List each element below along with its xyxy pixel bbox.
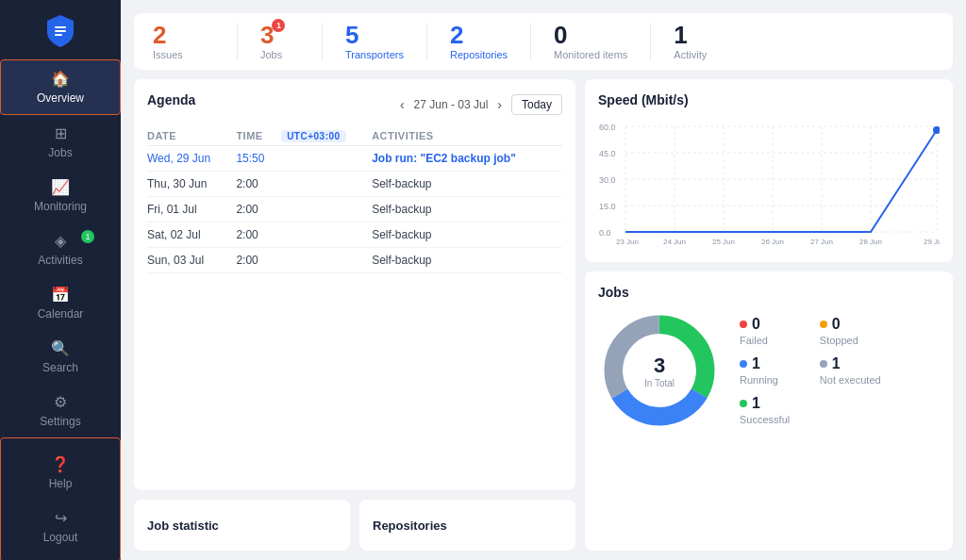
monitoring-icon: 📈 <box>51 178 70 196</box>
stat-issues-label: Issues <box>153 49 183 60</box>
not-executed-count: 1 <box>832 355 841 372</box>
svg-text:25 Jun: 25 Jun <box>712 238 735 246</box>
running-dot <box>740 360 747 368</box>
jobs-title: Jobs <box>598 285 940 300</box>
stat-repositories: 2 Repositories <box>427 23 531 60</box>
sidebar-item-settings[interactable]: ⚙ Settings <box>0 384 121 437</box>
row-activity: Self-backup <box>372 222 562 248</box>
legend-stopped: 0 Stopped <box>820 316 881 346</box>
successful-count: 1 <box>752 395 760 412</box>
legend-running: 1 Running <box>740 355 801 386</box>
row-utc <box>281 248 372 273</box>
row-utc <box>281 146 372 172</box>
sidebar-item-label: Monitoring <box>34 200 87 213</box>
donut-chart: 3 In Total <box>598 309 721 432</box>
main-content: 2 Issues 3 1 Jobs 5 Transporters 2 Repos… <box>121 0 966 560</box>
row-date: Sun, 03 Jul <box>147 248 236 273</box>
svg-text:15.0: 15.0 <box>599 202 616 211</box>
sidebar-bottom: ❓ Help ↪ Logout <box>0 437 121 560</box>
legend-successful: 1 Successful <box>740 395 801 425</box>
sidebar-item-label: Search <box>42 361 78 374</box>
sidebar-item-overview[interactable]: 🏠 Overview <box>0 59 121 115</box>
job-statistic-card: Job statistic <box>134 500 350 551</box>
sidebar-item-activities[interactable]: 1 ◈ Activities <box>0 222 121 276</box>
svg-text:45.0: 45.0 <box>599 149 616 158</box>
failed-count: 0 <box>752 316 760 333</box>
sidebar-nav: 🏠 Overview ⊞ Jobs 📈 Monitoring 1 ◈ Activ… <box>0 59 121 437</box>
row-time: 2:00 <box>236 197 281 222</box>
help-icon: ❓ <box>51 455 70 473</box>
stat-monitored: 0 Monitored items <box>531 23 651 60</box>
donut-label: 3 In Total <box>644 354 675 388</box>
row-activity: Self-backup <box>372 172 562 197</box>
col-activities: ACTIVITIES <box>372 126 562 146</box>
not-executed-label: Not executed <box>820 374 881 386</box>
sidebar-item-label: Calendar <box>38 307 84 321</box>
successful-label: Successful <box>740 414 801 425</box>
jobs-icon: ⊞ <box>55 124 67 142</box>
row-time: 15:50 <box>236 146 281 172</box>
stat-transporters-number: 5 <box>345 23 358 47</box>
agenda-header: Agenda ‹ 27 Jun - 03 Jul › Today <box>147 92 562 117</box>
sidebar-item-search[interactable]: 🔍 Search <box>0 330 121 384</box>
svg-text:24 Jun: 24 Jun <box>663 238 686 246</box>
svg-rect-2 <box>55 34 62 36</box>
stat-repositories-label: Repositories <box>450 49 508 60</box>
svg-text:30.0: 30.0 <box>599 175 616 185</box>
donut-total-label: In Total <box>644 378 675 388</box>
stat-activity-label: Activity <box>674 49 707 60</box>
speed-chart-card: Speed (Mbit/s) 60.0 45.0 30.0 15.0 0.0 <box>585 79 953 262</box>
row-date: Fri, 01 Jul <box>147 197 236 222</box>
sidebar: 🏠 Overview ⊞ Jobs 📈 Monitoring 1 ◈ Activ… <box>0 0 121 560</box>
right-panel: Speed (Mbit/s) 60.0 45.0 30.0 15.0 0.0 <box>585 79 953 551</box>
row-activity: Self-backup <box>372 248 562 273</box>
row-activity: Job run: "EC2 backup job" <box>372 146 562 172</box>
sidebar-item-help[interactable]: ❓ Help <box>1 446 120 500</box>
svg-text:29 Jun: 29 Jun <box>924 238 940 246</box>
stopped-label: Stopped <box>820 335 881 346</box>
row-utc <box>281 172 372 197</box>
stat-activity: 1 Activity <box>651 23 736 60</box>
row-time: 2:00 <box>236 248 281 273</box>
stat-jobs-number: 3 1 <box>260 23 274 47</box>
table-row: Wed, 29 Jun 15:50 Job run: "EC2 backup j… <box>147 146 562 172</box>
home-icon: 🏠 <box>51 70 70 88</box>
jobs-badge: 1 <box>272 19 285 32</box>
svg-text:0.0: 0.0 <box>599 228 611 238</box>
utc-badge: UTC+03:00 <box>281 130 345 142</box>
col-time: TIME <box>236 126 281 146</box>
successful-dot <box>740 400 747 407</box>
svg-text:23 Jun: 23 Jun <box>616 238 639 246</box>
agenda-table: DATE TIME UTC+03:00 ACTIVITIES Wed, 29 J… <box>147 126 562 273</box>
jobs-content: 3 In Total 0 Failed <box>598 309 940 432</box>
agenda-today-button[interactable]: Today <box>511 94 562 115</box>
speed-chart-title: Speed (Mbit/s) <box>598 92 940 107</box>
sidebar-item-calendar[interactable]: 📅 Calendar <box>0 276 121 330</box>
speed-chart-svg: 60.0 45.0 30.0 15.0 0.0 <box>598 117 940 249</box>
repositories-card: Repositories <box>359 500 575 551</box>
activities-badge: 1 <box>81 230 94 243</box>
failed-label: Failed <box>740 335 801 346</box>
settings-icon: ⚙ <box>54 393 67 411</box>
svg-text:26 Jun: 26 Jun <box>761 238 784 246</box>
stopped-dot <box>820 321 827 328</box>
logo <box>42 11 79 52</box>
agenda-nav: ‹ 27 Jun - 03 Jul › Today <box>396 94 562 115</box>
calendar-icon: 📅 <box>51 286 70 304</box>
sidebar-item-monitoring[interactable]: 📈 Monitoring <box>0 169 121 222</box>
agenda-next-button[interactable]: › <box>493 95 506 114</box>
stat-transporters: 5 Transporters <box>323 23 427 60</box>
sidebar-item-jobs[interactable]: ⊞ Jobs <box>0 115 121 169</box>
agenda-title: Agenda <box>147 92 195 107</box>
job-statistic-title: Job statistic <box>147 519 219 533</box>
agenda-prev-button[interactable]: ‹ <box>396 95 408 114</box>
jobs-legend: 0 Failed 0 Stopped <box>740 316 881 425</box>
stat-jobs-label: Jobs <box>260 49 282 60</box>
stat-activity-number: 1 <box>674 23 687 47</box>
running-count: 1 <box>752 355 760 372</box>
svg-rect-0 <box>55 26 66 28</box>
table-row: Sun, 03 Jul 2:00 Self-backup <box>147 248 562 273</box>
failed-dot <box>740 321 747 328</box>
sidebar-item-logout[interactable]: ↪ Logout <box>1 500 120 553</box>
table-row: Sat, 02 Jul 2:00 Self-backup <box>147 222 562 248</box>
